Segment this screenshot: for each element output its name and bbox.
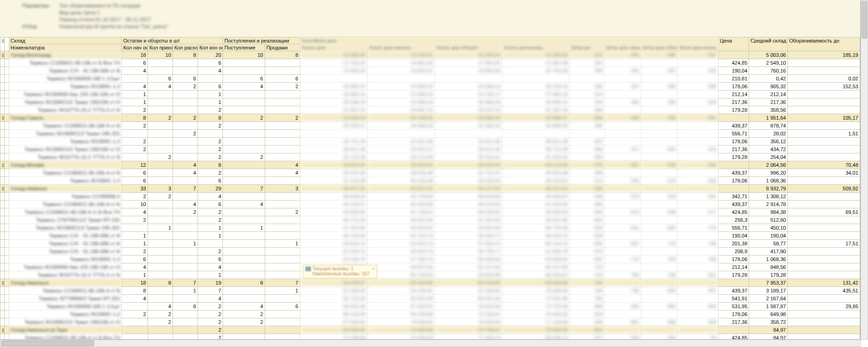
price-cell[interactable]: 556,71 <box>718 224 749 232</box>
qty-cell[interactable] <box>223 67 265 75</box>
qty-cell[interactable] <box>223 326 265 334</box>
expand-toggle[interactable] <box>0 75 5 83</box>
qty-cell[interactable] <box>265 326 300 334</box>
expand-toggle[interactable] <box>0 130 5 138</box>
avg-stock-cell[interactable]: 1 068,36 <box>749 177 787 185</box>
table-row[interactable]: Термосс R/195R21/2 Триал 195/100 ст О222… <box>0 318 860 326</box>
qty-cell[interactable] <box>223 106 265 114</box>
expand-toggle[interactable]: ⊟ <box>0 279 5 287</box>
qty-cell[interactable]: 4 <box>173 201 198 208</box>
qty-cell[interactable]: 4 <box>198 295 223 303</box>
avg-stock-cell[interactable]: 84,97 <box>749 334 787 340</box>
expand-toggle[interactable] <box>0 240 5 248</box>
expand-toggle[interactable] <box>0 232 5 240</box>
table-row[interactable]: Термосс С/195R00-222440 618,5443 718,554… <box>0 193 860 201</box>
close-icon[interactable]: × <box>372 266 375 271</box>
qty-cell[interactable]: 6 <box>122 256 148 263</box>
qty-cell[interactable] <box>265 318 300 326</box>
table-row[interactable]: Термосс R/195R21/3 Триал 195-2012556,712… <box>0 130 860 138</box>
table-row[interactable]: Термосс R/195R00 Нас 225 190-105 ст О445… <box>0 263 860 271</box>
avg-stock-cell[interactable]: 450,10 <box>749 224 787 232</box>
qty-cell[interactable]: 1 <box>122 91 148 98</box>
qty-cell[interactable]: 6 <box>122 177 148 185</box>
qty-cell[interactable]: 2 <box>122 138 148 146</box>
qty-cell[interactable] <box>265 216 300 224</box>
scrollbar-thumb[interactable] <box>862 1 867 38</box>
qty-cell[interactable]: 2 <box>122 146 148 153</box>
qty-cell[interactable] <box>122 224 148 232</box>
qty-cell[interactable] <box>265 232 300 240</box>
table-row[interactable]: Термосс R/195R00-180 1 1/1шт4624664 432,… <box>0 303 860 310</box>
qty-cell[interactable] <box>148 256 173 263</box>
price-cell[interactable] <box>718 114 749 122</box>
qty-cell[interactable] <box>265 91 300 98</box>
qty-cell[interactable] <box>148 201 173 208</box>
qty-cell[interactable] <box>223 248 265 256</box>
nomenclature-cell[interactable]: Термосс Я/107TS-15-2 77TS-2 ст Б <box>9 153 122 161</box>
qty-cell[interactable]: 1 <box>223 224 265 232</box>
table-row[interactable]: Термосс С/Х - 91 190-00К ст Б4413 402,06… <box>0 67 860 75</box>
qty-cell[interactable] <box>148 208 173 216</box>
qty-cell[interactable] <box>173 98 198 106</box>
price-cell[interactable] <box>718 279 749 287</box>
nomenclature-cell[interactable]: Термосс R/195R1 1-2 <box>9 138 122 146</box>
turnover-cell[interactable]: 152,53 <box>787 83 860 91</box>
qty-cell[interactable]: 2 <box>122 106 148 114</box>
vertical-scrollbar[interactable] <box>861 0 868 340</box>
qty-cell[interactable]: 4 <box>198 67 223 75</box>
qty-cell[interactable] <box>148 91 173 98</box>
qty-cell[interactable] <box>223 177 265 185</box>
qty-cell[interactable] <box>173 263 198 271</box>
avg-stock-cell[interactable]: 2 549,10 <box>749 59 787 67</box>
turnover-cell[interactable] <box>787 224 860 232</box>
turnover-cell[interactable] <box>787 122 860 130</box>
qty-cell[interactable]: 3 <box>265 185 300 193</box>
nomenclature-cell[interactable]: Термосс Я/107TS-15-2 77TS-2 ст Б <box>9 271 122 279</box>
nomenclature-cell[interactable]: Склад Волгоград <box>9 51 122 59</box>
qty-cell[interactable] <box>265 59 300 67</box>
price-cell[interactable]: 424,85 <box>718 59 749 67</box>
qty-cell[interactable] <box>265 67 300 75</box>
nomenclature-cell[interactable]: Термосс R/195R21/2 Триал 195/100 ст О <box>9 98 122 106</box>
qty-cell[interactable]: 2 <box>148 114 173 122</box>
qty-cell[interactable]: 8 <box>265 51 300 59</box>
qty-cell[interactable]: 2 <box>122 310 148 318</box>
avg-stock-cell[interactable]: 217,36 <box>749 98 787 106</box>
expand-toggle[interactable] <box>0 216 5 224</box>
qty-cell[interactable]: 2 <box>122 248 148 256</box>
price-cell[interactable]: 342,71 <box>718 193 749 201</box>
avg-stock-cell[interactable]: 5 003,06 <box>749 51 787 59</box>
avg-stock-cell[interactable]: 2 064,56 <box>749 161 787 169</box>
avg-stock-cell[interactable]: 356,12 <box>749 138 787 146</box>
price-cell[interactable]: 208,9 <box>718 248 749 256</box>
expand-toggle[interactable]: ⊟ <box>0 51 5 59</box>
turnover-cell[interactable] <box>787 263 860 271</box>
avg-stock-cell[interactable]: 1 587,87 <box>749 303 787 310</box>
qty-cell[interactable] <box>265 122 300 130</box>
turnover-cell[interactable]: 34,01 <box>787 169 860 177</box>
qty-cell[interactable] <box>148 232 173 240</box>
expand-toggle[interactable] <box>0 98 5 106</box>
turnover-cell[interactable]: 105,17 <box>787 114 860 122</box>
table-row[interactable]: Термосс R/195R21/2 Триал 195/100 ст О112… <box>0 98 860 106</box>
table-row[interactable]: Термосс Я/107TS-15-2 77TS-2 ст Б22232 11… <box>0 153 860 161</box>
turnover-cell[interactable] <box>787 98 860 106</box>
group-row[interactable]: ⊟Склад Москва1248433 814,4236 914,4340 0… <box>0 161 860 169</box>
qty-cell[interactable] <box>173 295 198 303</box>
nomenclature-cell[interactable]: Склад Никольск-гр Труп <box>9 326 122 334</box>
qty-cell[interactable]: 20 <box>198 51 223 59</box>
qty-cell[interactable]: 2 <box>173 114 198 122</box>
qty-cell[interactable]: 19 <box>198 279 223 287</box>
qty-cell[interactable] <box>173 224 198 232</box>
nomenclature-cell[interactable]: Термосс С/Х - 91 190-00К ст Б <box>9 240 122 248</box>
nomenclature-cell[interactable]: Термосс С/195R21-90-106-4 ст Б Все ТХ <box>9 208 122 216</box>
qty-cell[interactable]: 2 <box>173 83 198 91</box>
expand-toggle[interactable] <box>0 271 5 279</box>
avg-stock-cell[interactable]: 212,14 <box>749 91 787 98</box>
qty-cell[interactable]: 1 <box>198 271 223 279</box>
qty-cell[interactable] <box>148 177 173 185</box>
expand-toggle[interactable] <box>0 59 5 67</box>
qty-cell[interactable]: 6 <box>198 256 223 263</box>
nomenclature-cell[interactable]: Склад Невинно <box>9 185 122 193</box>
expand-toggle[interactable] <box>0 310 5 318</box>
